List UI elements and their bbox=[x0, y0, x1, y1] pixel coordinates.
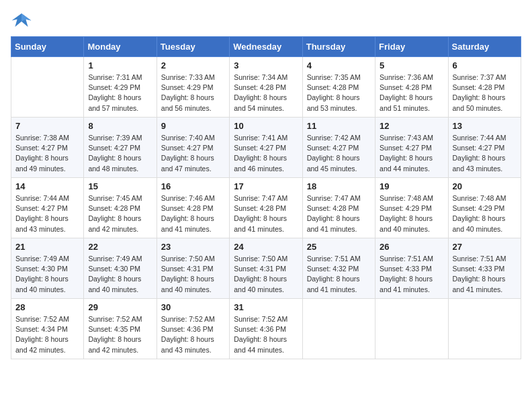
calendar-cell bbox=[302, 299, 375, 359]
calendar-cell: 28Sunrise: 7:52 AM Sunset: 4:34 PM Dayli… bbox=[11, 299, 84, 359]
calendar-cell: 15Sunrise: 7:45 AM Sunset: 4:28 PM Dayli… bbox=[84, 178, 157, 238]
day-info: Sunrise: 7:52 AM Sunset: 4:34 PM Dayligh… bbox=[15, 314, 79, 355]
day-number: 1 bbox=[88, 60, 152, 71]
day-number: 20 bbox=[453, 181, 517, 191]
day-info: Sunrise: 7:44 AM Sunset: 4:27 PM Dayligh… bbox=[15, 193, 79, 234]
day-info: Sunrise: 7:42 AM Sunset: 4:27 PM Dayligh… bbox=[307, 133, 371, 174]
day-number: 15 bbox=[88, 181, 152, 191]
calendar-cell: 24Sunrise: 7:50 AM Sunset: 4:31 PM Dayli… bbox=[230, 238, 302, 299]
day-number: 25 bbox=[307, 242, 371, 252]
day-info: Sunrise: 7:45 AM Sunset: 4:28 PM Dayligh… bbox=[88, 193, 152, 234]
day-number: 27 bbox=[453, 242, 517, 252]
day-info: Sunrise: 7:50 AM Sunset: 4:31 PM Dayligh… bbox=[161, 254, 225, 295]
day-number: 16 bbox=[161, 181, 225, 191]
day-number: 6 bbox=[453, 60, 517, 71]
day-info: Sunrise: 7:48 AM Sunset: 4:29 PM Dayligh… bbox=[453, 193, 517, 234]
day-info: Sunrise: 7:51 AM Sunset: 4:33 PM Dayligh… bbox=[453, 254, 517, 295]
week-row-3: 14Sunrise: 7:44 AM Sunset: 4:27 PM Dayli… bbox=[11, 178, 521, 238]
week-row-5: 28Sunrise: 7:52 AM Sunset: 4:34 PM Dayli… bbox=[11, 299, 521, 359]
page-header bbox=[11, 11, 521, 30]
calendar-header-tuesday: Tuesday bbox=[157, 37, 229, 57]
day-number: 11 bbox=[307, 121, 371, 131]
logo bbox=[11, 11, 36, 30]
calendar-cell: 19Sunrise: 7:48 AM Sunset: 4:29 PM Dayli… bbox=[375, 178, 448, 238]
calendar-cell bbox=[448, 299, 521, 359]
day-info: Sunrise: 7:51 AM Sunset: 4:33 PM Dayligh… bbox=[380, 254, 443, 295]
day-number: 14 bbox=[15, 181, 79, 191]
calendar-header-row: SundayMondayTuesdayWednesdayThursdayFrid… bbox=[11, 37, 521, 57]
calendar-cell: 7Sunrise: 7:38 AM Sunset: 4:27 PM Daylig… bbox=[11, 118, 84, 178]
day-info: Sunrise: 7:52 AM Sunset: 4:36 PM Dayligh… bbox=[234, 314, 298, 355]
day-info: Sunrise: 7:51 AM Sunset: 4:32 PM Dayligh… bbox=[307, 254, 371, 295]
calendar-cell: 30Sunrise: 7:52 AM Sunset: 4:36 PM Dayli… bbox=[157, 299, 229, 359]
day-info: Sunrise: 7:35 AM Sunset: 4:28 PM Dayligh… bbox=[307, 73, 371, 113]
calendar-table: SundayMondayTuesdayWednesdayThursdayFrid… bbox=[11, 36, 521, 359]
calendar-cell: 5Sunrise: 7:36 AM Sunset: 4:28 PM Daylig… bbox=[375, 57, 448, 118]
calendar-cell: 6Sunrise: 7:37 AM Sunset: 4:28 PM Daylig… bbox=[448, 57, 521, 118]
week-row-4: 21Sunrise: 7:49 AM Sunset: 4:30 PM Dayli… bbox=[11, 238, 521, 299]
calendar-cell: 21Sunrise: 7:49 AM Sunset: 4:30 PM Dayli… bbox=[11, 238, 84, 299]
day-number: 19 bbox=[380, 181, 443, 191]
day-number: 31 bbox=[234, 302, 298, 312]
logo-bird-icon bbox=[11, 11, 32, 30]
calendar-header-sunday: Sunday bbox=[11, 37, 84, 57]
calendar-cell: 10Sunrise: 7:41 AM Sunset: 4:27 PM Dayli… bbox=[230, 118, 302, 178]
day-number: 30 bbox=[161, 302, 225, 312]
calendar-header-wednesday: Wednesday bbox=[230, 37, 302, 57]
calendar-cell: 20Sunrise: 7:48 AM Sunset: 4:29 PM Dayli… bbox=[448, 178, 521, 238]
day-info: Sunrise: 7:31 AM Sunset: 4:29 PM Dayligh… bbox=[88, 73, 152, 113]
day-number: 24 bbox=[234, 242, 298, 252]
day-info: Sunrise: 7:36 AM Sunset: 4:28 PM Dayligh… bbox=[380, 73, 443, 113]
calendar-cell: 17Sunrise: 7:47 AM Sunset: 4:28 PM Dayli… bbox=[230, 178, 302, 238]
calendar-cell: 25Sunrise: 7:51 AM Sunset: 4:32 PM Dayli… bbox=[302, 238, 375, 299]
day-info: Sunrise: 7:37 AM Sunset: 4:28 PM Dayligh… bbox=[453, 73, 517, 113]
day-number: 8 bbox=[88, 121, 152, 131]
calendar-cell: 8Sunrise: 7:39 AM Sunset: 4:27 PM Daylig… bbox=[84, 118, 157, 178]
day-info: Sunrise: 7:38 AM Sunset: 4:27 PM Dayligh… bbox=[15, 133, 79, 174]
day-info: Sunrise: 7:47 AM Sunset: 4:28 PM Dayligh… bbox=[234, 193, 298, 234]
calendar-header-saturday: Saturday bbox=[448, 37, 521, 57]
day-number: 23 bbox=[161, 242, 225, 252]
day-info: Sunrise: 7:44 AM Sunset: 4:27 PM Dayligh… bbox=[453, 133, 517, 174]
day-info: Sunrise: 7:52 AM Sunset: 4:35 PM Dayligh… bbox=[88, 314, 152, 355]
calendar-cell: 1Sunrise: 7:31 AM Sunset: 4:29 PM Daylig… bbox=[84, 57, 157, 118]
day-number: 28 bbox=[15, 302, 79, 312]
calendar-cell: 16Sunrise: 7:46 AM Sunset: 4:28 PM Dayli… bbox=[157, 178, 229, 238]
calendar-cell: 29Sunrise: 7:52 AM Sunset: 4:35 PM Dayli… bbox=[84, 299, 157, 359]
week-row-2: 7Sunrise: 7:38 AM Sunset: 4:27 PM Daylig… bbox=[11, 118, 521, 178]
calendar-cell: 11Sunrise: 7:42 AM Sunset: 4:27 PM Dayli… bbox=[302, 118, 375, 178]
day-number: 26 bbox=[380, 242, 443, 252]
day-number: 18 bbox=[307, 181, 371, 191]
day-number: 5 bbox=[380, 60, 443, 71]
day-number: 29 bbox=[88, 302, 152, 312]
calendar-cell: 26Sunrise: 7:51 AM Sunset: 4:33 PM Dayli… bbox=[375, 238, 448, 299]
calendar-cell: 22Sunrise: 7:49 AM Sunset: 4:30 PM Dayli… bbox=[84, 238, 157, 299]
calendar-cell: 4Sunrise: 7:35 AM Sunset: 4:28 PM Daylig… bbox=[302, 57, 375, 118]
day-number: 3 bbox=[234, 60, 298, 71]
day-number: 17 bbox=[234, 181, 298, 191]
calendar-cell: 18Sunrise: 7:47 AM Sunset: 4:28 PM Dayli… bbox=[302, 178, 375, 238]
day-info: Sunrise: 7:52 AM Sunset: 4:36 PM Dayligh… bbox=[161, 314, 225, 355]
day-info: Sunrise: 7:41 AM Sunset: 4:27 PM Dayligh… bbox=[234, 133, 298, 174]
day-info: Sunrise: 7:46 AM Sunset: 4:28 PM Dayligh… bbox=[161, 193, 225, 234]
day-number: 22 bbox=[88, 242, 152, 252]
svg-marker-1 bbox=[21, 13, 31, 21]
calendar-cell: 31Sunrise: 7:52 AM Sunset: 4:36 PM Dayli… bbox=[230, 299, 302, 359]
day-number: 2 bbox=[161, 60, 225, 71]
calendar-cell: 9Sunrise: 7:40 AM Sunset: 4:27 PM Daylig… bbox=[157, 118, 229, 178]
day-number: 10 bbox=[234, 121, 298, 131]
day-number: 12 bbox=[380, 121, 443, 131]
day-info: Sunrise: 7:43 AM Sunset: 4:27 PM Dayligh… bbox=[380, 133, 443, 174]
day-info: Sunrise: 7:33 AM Sunset: 4:29 PM Dayligh… bbox=[161, 73, 225, 113]
calendar-cell: 14Sunrise: 7:44 AM Sunset: 4:27 PM Dayli… bbox=[11, 178, 84, 238]
day-number: 13 bbox=[453, 121, 517, 131]
calendar-cell: 27Sunrise: 7:51 AM Sunset: 4:33 PM Dayli… bbox=[448, 238, 521, 299]
day-info: Sunrise: 7:34 AM Sunset: 4:28 PM Dayligh… bbox=[234, 73, 298, 113]
calendar-cell: 23Sunrise: 7:50 AM Sunset: 4:31 PM Dayli… bbox=[157, 238, 229, 299]
calendar-cell: 2Sunrise: 7:33 AM Sunset: 4:29 PM Daylig… bbox=[157, 57, 229, 118]
day-info: Sunrise: 7:49 AM Sunset: 4:30 PM Dayligh… bbox=[15, 254, 79, 295]
calendar-cell bbox=[11, 57, 84, 118]
calendar-cell: 13Sunrise: 7:44 AM Sunset: 4:27 PM Dayli… bbox=[448, 118, 521, 178]
day-info: Sunrise: 7:39 AM Sunset: 4:27 PM Dayligh… bbox=[88, 133, 152, 174]
day-number: 4 bbox=[307, 60, 371, 71]
